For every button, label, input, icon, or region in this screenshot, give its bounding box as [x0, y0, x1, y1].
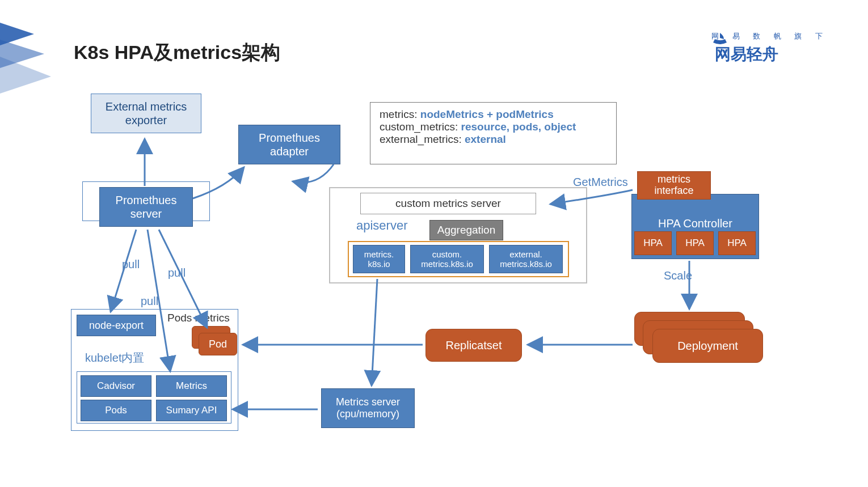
hpa-box-3: HPA: [718, 231, 756, 255]
summary-api-box: Sumary API: [156, 400, 227, 421]
getmetrics-label: GetMetrics: [573, 176, 628, 189]
hpa-box-1: HPA: [634, 231, 672, 255]
legend-box: metrics: nodeMetrics + podMetrics custom…: [370, 102, 617, 164]
external-exporter-box: External metrics exporter: [91, 94, 201, 133]
legend-external-val: external: [465, 133, 506, 145]
pod-box: Pod: [199, 333, 237, 355]
brand-logo: 网 易 数 帆 旗 下 网易轻舟: [711, 31, 828, 65]
node-export-box: node-export: [77, 315, 156, 336]
brand-name: 网易轻舟: [715, 44, 778, 65]
svg-marker-2: [0, 57, 51, 94]
pull-label-1: pull: [122, 258, 140, 271]
metrics-interface-box: metrics interface: [637, 171, 711, 200]
legend-custom-label: custom_metrics:: [380, 121, 461, 133]
hpa-box-2: HPA: [676, 231, 714, 255]
pods-metrics-label: Pods metrics: [167, 312, 230, 324]
apiserver-label: apiserver: [356, 218, 407, 233]
svg-marker-1: [0, 40, 44, 68]
prom-server-box: Promethues server: [99, 187, 193, 227]
replicaset-box: Replicatset: [425, 329, 522, 362]
pull-label-3: pull: [168, 266, 186, 280]
page-title: K8s HPA及metrics架构: [74, 40, 280, 66]
svg-line-7: [372, 279, 377, 386]
legend-external-label: external_metrics:: [380, 133, 465, 145]
cadvisor-box: Cadvisor: [81, 375, 151, 397]
custom-k8s-box: custom. metrics.k8s.io: [410, 245, 484, 273]
svg-marker-0: [0, 23, 34, 45]
prom-adapter-box: Promethues adapter: [238, 125, 340, 164]
pull-label-2: pull: [141, 295, 158, 308]
pods-box: Pods: [81, 400, 151, 421]
corner-decor-icon: [0, 0, 57, 96]
legend-metrics-val: nodeMetrics + podMetrics: [420, 108, 554, 120]
aggregation-box: Aggregation: [429, 220, 503, 240]
brand-tagline: 网 易 数 帆 旗 下: [711, 31, 828, 41]
metrics-server-box: Metrics server (cpu/memory): [321, 388, 415, 428]
kubelet-label: kubelet内置: [85, 350, 145, 366]
deployment-box: Deployment: [652, 329, 763, 363]
legend-custom-val: resource, pods, object: [461, 121, 576, 133]
metrics-box: Metrics: [156, 375, 227, 397]
scale-label: Scale: [664, 269, 692, 282]
metrics-k8s-box: metrics. k8s.io: [353, 245, 405, 273]
external-k8s-box: external. metrics.k8s.io: [489, 245, 563, 273]
legend-metrics-label: metrics:: [380, 108, 420, 120]
custom-metrics-server-box: custom metrics server: [360, 193, 536, 214]
